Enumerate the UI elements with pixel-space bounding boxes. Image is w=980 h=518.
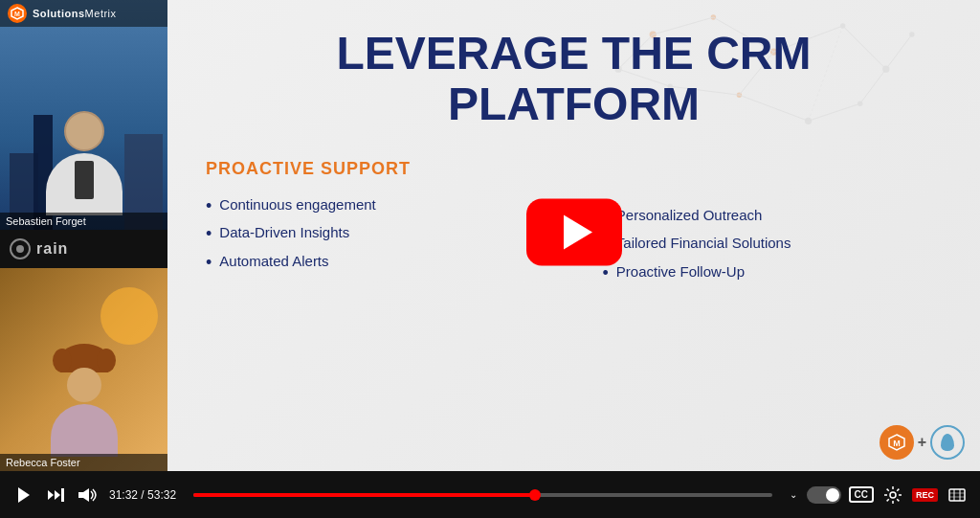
rain-icon: [10, 238, 31, 259]
svg-marker-29: [83, 488, 89, 502]
solutions-metrix-icon: M: [8, 4, 27, 23]
right-controls: CC REC: [807, 484, 969, 507]
svg-rect-28: [78, 492, 83, 498]
volume-icon: [78, 487, 98, 503]
bullet-item-2: Data-Driven Insights: [206, 220, 546, 249]
toggle-switch[interactable]: [807, 486, 841, 504]
left-bullet-list: Continuous engagement Data-Driven Insigh…: [206, 192, 546, 278]
svg-text:M: M: [893, 439, 901, 448]
participants-sidebar: M SolutionsMetrix: [0, 0, 167, 471]
time-display: 31:32 / 53:32: [109, 488, 176, 502]
main-content-area: M SolutionsMetrix: [0, 0, 980, 471]
progress-bar[interactable]: [193, 493, 771, 497]
rain-brand-text: rain: [36, 240, 68, 258]
svg-rect-31: [949, 489, 965, 501]
section-right: Personalized Outreach Tailored Financial…: [603, 159, 943, 288]
slide-area: LEVERAGE THE CRM PLATFORM PROACTIVE SUPP…: [167, 0, 980, 471]
bullet-item-5: Tailored Financial Solutions: [603, 231, 943, 259]
sebastien-photo: [0, 0, 167, 230]
bullet-item-6: Proactive Follow-Up: [603, 259, 943, 288]
rebecca-photo: [0, 268, 167, 471]
skip-button[interactable]: [44, 484, 67, 507]
svg-point-30: [890, 492, 896, 498]
fullscreen-button[interactable]: [946, 484, 969, 507]
participant-rebecca: rain: [0, 230, 167, 471]
bullet-item-1: Continuous engagement: [206, 192, 546, 221]
right-bullet-list: Personalized Outreach Tailored Financial…: [603, 203, 943, 288]
progress-dot: [529, 489, 541, 501]
fullscreen-icon: [948, 488, 966, 502]
participant-sebastien: M SolutionsMetrix: [0, 0, 167, 230]
video-player: M SolutionsMetrix: [0, 0, 980, 518]
drop-shape: [941, 434, 954, 451]
solutions-metrix-logo-bar: M SolutionsMetrix: [0, 0, 167, 27]
solutions-metrix-text: SolutionsMetrix: [33, 8, 117, 19]
progress-fill: [193, 493, 535, 497]
toggle-knob: [826, 488, 839, 502]
play-button-shape[interactable]: [526, 199, 622, 266]
play-pause-button[interactable]: [11, 484, 34, 507]
record-badge[interactable]: REC: [912, 488, 938, 502]
drop-logo: [930, 425, 965, 460]
settings-button[interactable]: [881, 484, 904, 507]
metrix-bottom-logo: M: [880, 425, 914, 460]
svg-text:M: M: [14, 11, 20, 17]
bottom-logos: M +: [880, 425, 965, 460]
sebastien-name-label: Sebastien Forget: [0, 213, 167, 230]
dropdown-arrow[interactable]: ⌄: [790, 489, 797, 500]
skip-icon: [48, 488, 64, 502]
volume-button[interactable]: [77, 484, 100, 507]
section-left: PROACTIVE SUPPORT Continuous engagement …: [206, 159, 546, 288]
cc-button[interactable]: CC: [849, 486, 874, 503]
youtube-play-button[interactable]: [526, 199, 622, 266]
controls-bar: 31:32 / 53:32 ⌄ CC: [0, 471, 980, 518]
section-heading: PROACTIVE SUPPORT: [206, 159, 546, 179]
rebecca-name-label: Rebecca Foster: [0, 454, 167, 471]
slide-title: LEVERAGE THE CRM PLATFORM: [206, 29, 942, 130]
plus-separator: +: [918, 434, 926, 451]
settings-icon: [884, 486, 902, 504]
play-triangle-icon: [18, 487, 30, 503]
bullet-item-3: Automated Alerts: [206, 249, 546, 278]
bullet-item-4: Personalized Outreach: [603, 203, 943, 232]
rain-logo-bar: rain: [0, 230, 167, 268]
